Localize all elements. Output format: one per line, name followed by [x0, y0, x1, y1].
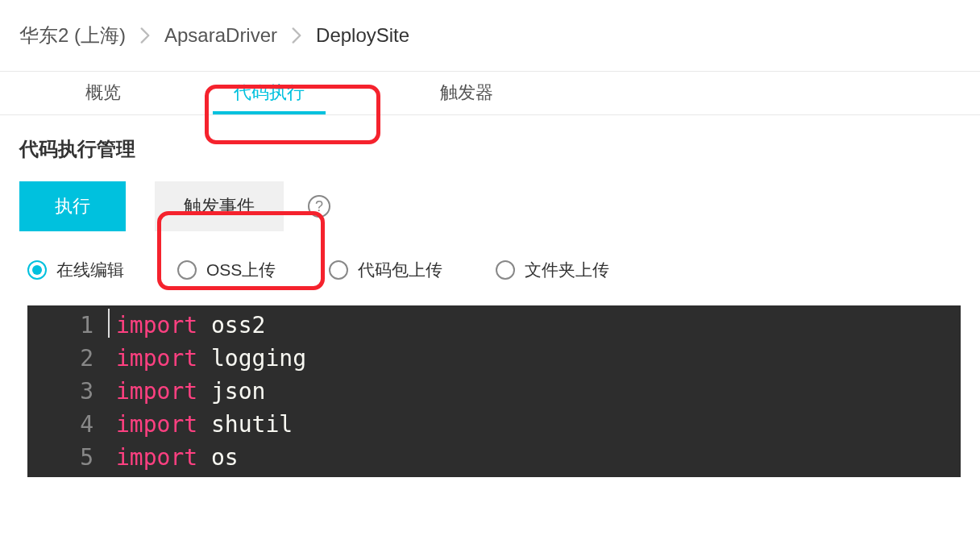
line-number: 4	[27, 408, 93, 441]
upload-mode-radios: 在线编辑 OSS上传 代码包上传 文件夹上传	[19, 259, 961, 281]
breadcrumb-function: DeploySite	[316, 24, 409, 47]
chevron-right-icon	[292, 27, 301, 44]
code-line: import oss2	[116, 309, 961, 342]
code-line: import logging	[116, 342, 961, 375]
line-number: 2	[27, 342, 93, 375]
line-number: 3	[27, 375, 93, 408]
breadcrumb: 华东2 (上海) ApsaraDriver DeploySite	[0, 0, 980, 71]
radio-label: 代码包上传	[358, 259, 442, 281]
tab-label: 代码执行	[234, 81, 305, 105]
radio-icon	[27, 260, 47, 280]
code-line: import json	[116, 375, 961, 408]
line-gutter: 1 2 3 4 5	[27, 305, 108, 477]
code-editor[interactable]: 1 2 3 4 5 import oss2 import logging imp…	[27, 305, 961, 477]
tab-trigger[interactable]: 触发器	[353, 71, 550, 114]
radio-online-edit[interactable]: 在线编辑	[27, 259, 124, 281]
section-title: 代码执行管理	[19, 136, 961, 162]
tab-label: 概览	[85, 81, 121, 105]
breadcrumb-region[interactable]: 华东2 (上海)	[19, 23, 126, 48]
execute-button[interactable]: 执行	[19, 181, 126, 231]
radio-icon	[177, 260, 197, 280]
code-execution-section: 代码执行管理 执行 触发事件 ? 在线编辑 OSS上传 代码包上传 文件夹上传 …	[0, 115, 980, 477]
radio-label: 在线编辑	[56, 259, 124, 281]
tab-overview[interactable]: 概览	[6, 71, 185, 114]
radio-folder-upload[interactable]: 文件夹上传	[496, 259, 609, 281]
radio-icon	[329, 260, 348, 280]
radio-label: 文件夹上传	[525, 259, 609, 281]
action-row: 执行 触发事件 ?	[19, 181, 961, 231]
radio-icon	[496, 260, 515, 280]
radio-label: OSS上传	[206, 259, 276, 281]
line-number: 5	[27, 441, 93, 474]
radio-oss-upload[interactable]: OSS上传	[177, 259, 276, 281]
code-area[interactable]: import oss2 import logging import json i…	[108, 305, 961, 477]
cursor-icon	[108, 309, 110, 338]
trigger-event-button[interactable]: 触发事件	[155, 181, 284, 231]
help-icon[interactable]: ?	[308, 195, 330, 218]
line-number: 1	[27, 309, 93, 342]
tab-code-execution[interactable]: 代码执行	[185, 71, 353, 114]
code-line: import os	[116, 441, 961, 474]
tabs: 概览 代码执行 触发器	[0, 71, 980, 115]
breadcrumb-service[interactable]: ApsaraDriver	[164, 24, 277, 47]
chevron-right-icon	[140, 27, 150, 44]
tab-label: 触发器	[440, 81, 493, 105]
code-line: import shutil	[116, 408, 961, 441]
radio-package-upload[interactable]: 代码包上传	[329, 259, 442, 281]
